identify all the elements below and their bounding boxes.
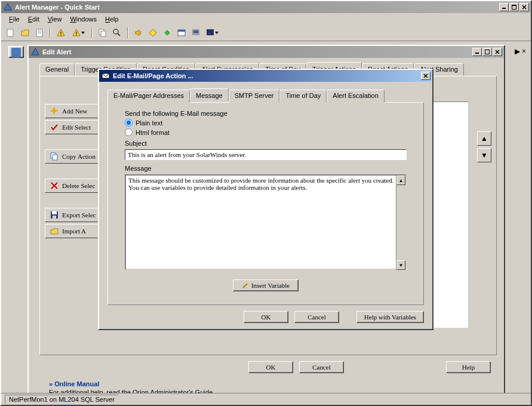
toolbar-monitor-icon[interactable] — [190, 27, 202, 39]
scroll-right-icon[interactable]: ▶ × — [515, 47, 526, 56]
app-icon — [3, 2, 13, 12]
add-new-button[interactable]: Add New — [45, 104, 102, 118]
copy-icon — [50, 152, 59, 161]
html-format-label: Html format — [136, 129, 170, 136]
statusbar-text: NetPerfMon1 on ML204 SQL Server — [5, 395, 119, 404]
email-dialog-close-button[interactable] — [421, 72, 430, 80]
main-titlebar: Alert Manager - Quick Start — [1, 1, 531, 13]
menu-windows[interactable]: Windows — [66, 14, 101, 24]
svg-text:...: ... — [208, 30, 211, 34]
email-dialog-titlebar: Edit E-Mail/Page Action ... — [99, 70, 432, 82]
svg-rect-6 — [7, 29, 13, 36]
tab-escalation[interactable]: Alert Escalation — [327, 90, 384, 103]
tab-email-time-of-day[interactable]: Time of Day — [279, 90, 327, 103]
svg-marker-28 — [32, 48, 39, 55]
message-textarea[interactable] — [125, 174, 407, 270]
alert-icon — [30, 47, 40, 57]
menu-file[interactable]: File — [5, 14, 24, 24]
scroll-down-button[interactable]: ▼ — [396, 260, 405, 270]
svg-rect-34 — [51, 110, 57, 112]
mdi-area: ▶ × Edit Alert General Trigger Condition — [1, 41, 531, 395]
main-title: Alert Manager - Quick Start — [15, 4, 499, 11]
toolbar-new-icon[interactable] — [5, 27, 17, 39]
toolbar-open-icon[interactable] — [19, 27, 31, 39]
email-action-dialog: Edit E-Mail/Page Action ... E-Mail/Pager… — [98, 69, 433, 330]
email-dialog-title: Edit E-Mail/Page Action ... — [113, 72, 421, 79]
toolbar-sound-icon[interactable] — [133, 27, 144, 39]
html-format-radio[interactable] — [125, 128, 133, 136]
edit-alert-cancel-button[interactable]: Cancel — [299, 361, 344, 373]
plus-icon — [50, 107, 59, 115]
import-actions-button[interactable]: Import A — [45, 224, 102, 238]
svg-point-17 — [113, 29, 118, 34]
svg-marker-14 — [81, 32, 85, 34]
toolbar-separator — [50, 27, 51, 38]
toolbar-warning-dropdown-icon[interactable]: ! — [69, 27, 87, 39]
svg-rect-40 — [52, 211, 57, 214]
menu-view[interactable]: View — [44, 14, 66, 24]
toolbar-green-diamond-icon[interactable] — [161, 27, 173, 39]
plain-text-label: Plain text — [136, 119, 162, 127]
toolbar-calendar-icon[interactable] — [176, 27, 187, 39]
check-icon — [50, 123, 59, 131]
menu-help[interactable]: Help — [101, 14, 123, 24]
toolbar-doc-icon[interactable] — [33, 27, 45, 39]
background-window-icon[interactable] — [8, 46, 24, 58]
svg-rect-30 — [485, 50, 490, 54]
message-panel: Send the following E-Mail message Plain … — [107, 102, 424, 305]
insert-variable-button[interactable]: Insert Variable — [233, 279, 299, 291]
minimize-button[interactable] — [499, 3, 509, 11]
help-with-variables-button[interactable]: Help with Variables — [356, 311, 424, 323]
toolbar-separator — [127, 27, 128, 38]
envelope-icon — [101, 71, 110, 81]
menubar: File Edit View Windows Help — [1, 13, 531, 25]
edit-alert-ok-button[interactable]: OK — [248, 361, 293, 373]
svg-text:!: ! — [76, 30, 78, 36]
toolbar: ! ! ... — [1, 25, 531, 41]
child-minimize-button[interactable] — [472, 48, 482, 56]
child-maximize-button[interactable] — [482, 48, 492, 56]
export-selected-button[interactable]: Export Selec — [45, 208, 102, 222]
intro-label: Send the following E-Mail message — [125, 110, 407, 117]
tab-smtp[interactable]: SMTP Server — [229, 90, 280, 103]
toolbar-warning-icon[interactable]: ! — [55, 27, 67, 39]
svg-marker-0 — [4, 4, 11, 10]
menu-edit[interactable]: Edit — [24, 14, 44, 24]
toolbar-copy-icon[interactable] — [97, 27, 109, 39]
email-dialog-tabs: E-Mail/Pager Addresses Message SMTP Serv… — [107, 90, 424, 103]
svg-point-46 — [247, 282, 248, 284]
edit-alert-help-button[interactable]: Help — [446, 361, 491, 373]
close-button[interactable] — [519, 3, 529, 11]
toolbar-find-icon[interactable] — [111, 27, 123, 39]
scroll-up-button[interactable]: ▲ — [396, 176, 405, 185]
svg-rect-36 — [53, 155, 57, 160]
toolbar-diamond-icon[interactable] — [147, 27, 159, 39]
edit-selected-button[interactable]: Edit Select — [45, 120, 102, 134]
subject-label: Subject — [125, 140, 407, 147]
child-close-button[interactable] — [493, 48, 502, 56]
textarea-scrollbar[interactable]: ▲ ▼ — [396, 176, 405, 270]
edit-alert-title: Edit Alert — [42, 48, 472, 56]
move-down-button[interactable]: ▼ — [477, 148, 491, 162]
toolbar-separator — [91, 27, 93, 38]
subject-input[interactable] — [125, 149, 407, 160]
copy-actions-button[interactable]: Copy Action — [45, 149, 102, 164]
edit-alert-titlebar: Edit Alert — [29, 46, 504, 58]
svg-rect-22 — [178, 30, 185, 32]
tab-addresses[interactable]: E-Mail/Pager Addresses — [107, 90, 190, 103]
tab-message[interactable]: Message — [190, 88, 229, 102]
toolbar-terminal-icon[interactable]: ... — [204, 27, 220, 39]
svg-text:!: ! — [60, 30, 62, 36]
message-label: Message — [125, 165, 407, 172]
online-manual-link[interactable]: Online Manual — [49, 380, 99, 387]
maximize-button[interactable] — [509, 3, 519, 11]
svg-rect-16 — [101, 31, 106, 36]
save-icon — [50, 211, 59, 219]
plain-text-radio[interactable] — [125, 119, 133, 127]
tab-general[interactable]: General — [39, 63, 75, 76]
email-cancel-button[interactable]: Cancel — [294, 311, 339, 323]
move-up-button[interactable]: ▲ — [477, 131, 491, 146]
delete-selected-button[interactable]: Delete Selec — [45, 179, 102, 193]
email-ok-button[interactable]: OK — [244, 311, 288, 323]
svg-rect-24 — [193, 30, 198, 33]
